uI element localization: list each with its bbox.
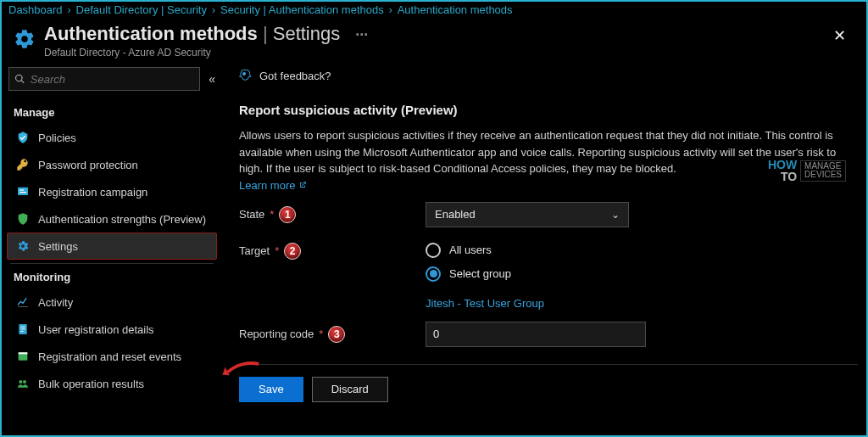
shield-icon	[16, 212, 30, 226]
target-radio-all-users[interactable]: All users	[426, 243, 511, 258]
bulk-icon	[16, 377, 30, 390]
state-label: State * 1	[239, 206, 426, 223]
discard-button[interactable]: Discard	[312, 377, 388, 402]
breadcrumb-item[interactable]: Authentication methods	[398, 3, 513, 16]
sidebar-item-policies[interactable]: Policies	[7, 124, 217, 151]
svg-point-11	[242, 72, 246, 76]
campaign-icon	[16, 185, 30, 199]
svg-rect-2	[19, 192, 26, 193]
radio-label: All users	[449, 244, 492, 256]
radio-checked-icon	[426, 266, 441, 282]
watermark: HOW TO MANAGE DEVICES	[768, 159, 846, 182]
breadcrumb-item[interactable]: Security | Authentication methods	[220, 3, 384, 16]
collapse-sidebar-button[interactable]: «	[209, 72, 215, 86]
chart-icon	[16, 295, 30, 309]
sidebar-item-label: Settings	[38, 240, 78, 253]
breadcrumb: Dashboard › Default Directory | Security…	[2, 2, 866, 16]
sidebar-item-label: Bulk operation results	[38, 378, 144, 390]
radio-icon	[426, 243, 441, 258]
page-title: Authentication methods | Settings ···	[44, 23, 828, 45]
svg-point-9	[19, 380, 22, 384]
annotation-badge-3: 3	[328, 326, 345, 343]
svg-rect-4	[20, 327, 25, 328]
gear-icon	[16, 239, 30, 253]
search-icon	[14, 73, 25, 85]
document-icon	[16, 322, 30, 336]
chevron-right-icon: ›	[389, 4, 392, 16]
content-description: Allows users to report suspicious activi…	[239, 127, 849, 177]
annotation-badge-1: 1	[279, 206, 296, 223]
svg-rect-1	[19, 189, 24, 190]
svg-rect-5	[20, 328, 25, 329]
sidebar-item-label: Registration and reset events	[38, 350, 181, 363]
sidebar-item-activity[interactable]: Activity	[7, 289, 217, 316]
chevron-right-icon: ›	[212, 4, 215, 16]
key-icon	[16, 158, 30, 171]
chevron-down-icon: ⌄	[611, 209, 620, 221]
content-title: Report suspicious activity (Preview)	[239, 94, 858, 127]
state-value: Enabled	[435, 208, 476, 221]
sidebar-item-label: Policies	[38, 132, 76, 144]
sidebar-item-bulk-operation-results[interactable]: Bulk operation results	[7, 370, 217, 397]
svg-rect-8	[19, 352, 28, 354]
search-field[interactable]	[31, 73, 194, 86]
search-input[interactable]	[8, 67, 200, 91]
sidebar-section-manage: Manage	[7, 99, 217, 124]
sidebar-item-password-protection[interactable]: Password protection	[7, 151, 217, 178]
more-icon[interactable]: ···	[355, 26, 368, 43]
close-icon[interactable]: ✕	[828, 23, 851, 48]
events-icon	[16, 350, 30, 363]
sidebar-item-user-registration-details[interactable]: User registration details	[7, 316, 217, 343]
svg-point-10	[23, 380, 26, 384]
target-radio-select-group[interactable]: Select group	[426, 266, 511, 282]
breadcrumb-item[interactable]: Dashboard	[8, 3, 63, 16]
breadcrumb-item[interactable]: Default Directory | Security	[76, 3, 207, 16]
gear-icon	[14, 28, 36, 53]
learn-more-link[interactable]: Learn more	[239, 179, 307, 192]
svg-rect-6	[20, 331, 23, 332]
sidebar-item-auth-strengths[interactable]: Authentication strengths (Preview)	[7, 205, 217, 233]
feedback-label: Got feedback?	[259, 70, 331, 82]
annotation-badge-2: 2	[284, 243, 301, 260]
main-content: Got feedback? Report suspicious activity…	[222, 67, 866, 424]
radio-label: Select group	[449, 267, 511, 280]
sidebar-section-monitoring: Monitoring	[7, 264, 217, 289]
sidebar-item-label: Password protection	[38, 159, 138, 171]
sidebar-item-label: User registration details	[38, 323, 154, 336]
sidebar-item-settings[interactable]: Settings	[7, 233, 217, 260]
sidebar-item-label: Authentication strengths (Preview)	[38, 213, 206, 226]
target-label: Target * 2	[239, 243, 426, 260]
reporting-code-label: Reporting code * 3	[239, 326, 426, 343]
page-subtitle: Default Directory - Azure AD Security	[44, 47, 828, 59]
chevron-right-icon: ›	[68, 4, 71, 16]
sidebar-item-registration-reset-events[interactable]: Registration and reset events	[7, 343, 217, 370]
sidebar: « Manage Policies Password protection Re…	[2, 67, 222, 424]
policies-icon	[16, 131, 30, 144]
reporting-code-input[interactable]	[426, 322, 646, 347]
svg-rect-0	[18, 188, 28, 195]
selected-group-link[interactable]: Jitesh - Test User Group	[426, 297, 858, 310]
page-header: Authentication methods | Settings ··· De…	[2, 16, 866, 67]
feedback-icon	[239, 69, 253, 82]
sidebar-item-label: Registration campaign	[38, 186, 147, 199]
feedback-button[interactable]: Got feedback?	[239, 67, 858, 94]
state-select[interactable]: Enabled ⌄	[426, 202, 629, 227]
external-link-icon	[298, 181, 307, 189]
sidebar-item-label: Activity	[38, 296, 73, 309]
sidebar-item-registration-campaign[interactable]: Registration campaign	[7, 178, 217, 205]
